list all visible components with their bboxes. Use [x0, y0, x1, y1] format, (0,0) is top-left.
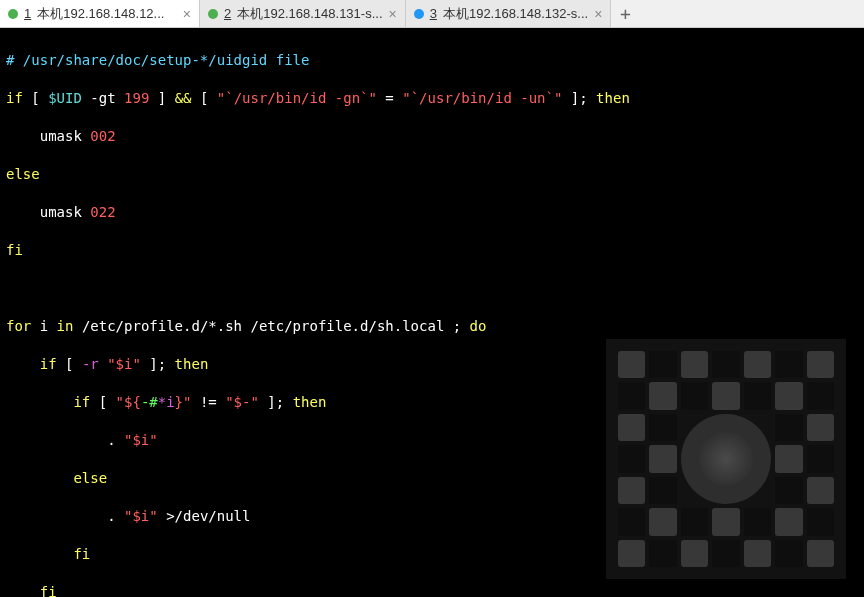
status-dot-icon [414, 9, 424, 19]
tab-number: 3 [430, 6, 437, 21]
qr-code-watermark [606, 339, 846, 579]
code-line: else [6, 165, 858, 184]
qr-center-avatar [681, 414, 771, 504]
code-line: umask 002 [6, 127, 858, 146]
tab-label: 本机192.168.148.12... [37, 5, 164, 23]
status-dot-icon [8, 9, 18, 19]
tab-1[interactable]: 1 本机192.168.148.12... × [0, 0, 200, 27]
tab-label: 本机192.168.148.132-s... [443, 5, 588, 23]
status-dot-icon [208, 9, 218, 19]
tab-number: 1 [24, 6, 31, 21]
code-line: fi [6, 241, 858, 260]
tab-number: 2 [224, 6, 231, 21]
code-line: for i in /etc/profile.d/*.sh /etc/profil… [6, 317, 858, 336]
close-icon[interactable]: × [594, 6, 602, 22]
code-line: if [ $UID -gt 199 ] && [ "`/usr/bin/id -… [6, 89, 858, 108]
new-tab-button[interactable]: + [611, 0, 639, 27]
tab-3[interactable]: 3 本机192.168.148.132-s... × [406, 0, 612, 27]
tab-2[interactable]: 2 本机192.168.148.131-s... × [200, 0, 406, 27]
tab-label: 本机192.168.148.131-s... [237, 5, 382, 23]
code-line: # /usr/share/doc/setup-*/uidgid file [6, 51, 858, 70]
tab-bar: 1 本机192.168.148.12... × 2 本机192.168.148.… [0, 0, 864, 28]
close-icon[interactable]: × [389, 6, 397, 22]
close-icon[interactable]: × [183, 6, 191, 22]
code-line: umask 022 [6, 203, 858, 222]
code-line: fi [6, 583, 858, 597]
code-line [6, 279, 858, 298]
